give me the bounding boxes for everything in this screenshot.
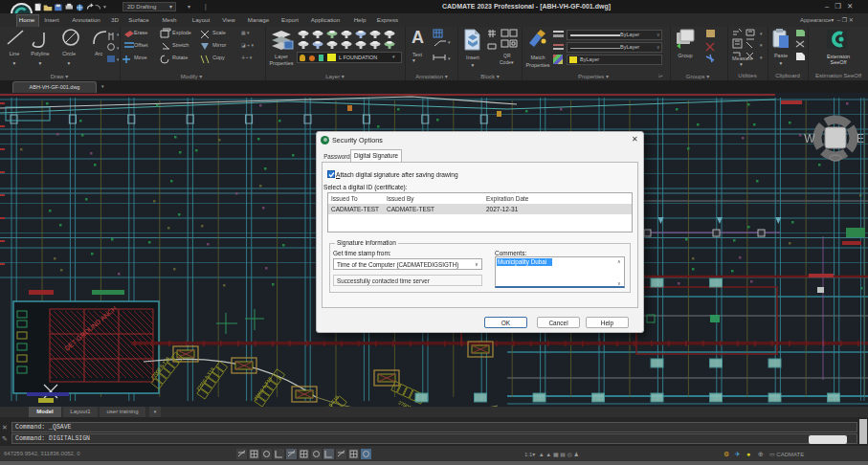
svg-text:QR: QR: [503, 53, 511, 58]
svg-text:▾: ▾: [760, 55, 763, 60]
svg-text:▾: ▾: [472, 62, 475, 68]
svg-text:1:1▾ ▲ ▲ ▦ ▤ ◎ ♟: 1:1▾ ▲ ▲ ▦ ▤ ◎ ♟: [524, 452, 579, 457]
svg-text:Paste: Paste: [774, 53, 788, 58]
svg-text:Group: Group: [678, 53, 692, 58]
svg-text:Code▾: Code▾: [500, 59, 514, 65]
svg-text:▾: ▾: [448, 55, 451, 61]
svg-text:▾: ▾: [760, 31, 763, 36]
svg-text:Properties: Properties: [525, 62, 549, 68]
svg-text:▾: ▾: [780, 60, 783, 66]
svg-text:▾: ▾: [760, 42, 763, 48]
svg-text:Match: Match: [531, 55, 545, 60]
svg-text:W: W: [804, 132, 815, 145]
svg-text:Insert: Insert: [466, 55, 479, 60]
svg-text:▾: ▾: [448, 39, 451, 45]
